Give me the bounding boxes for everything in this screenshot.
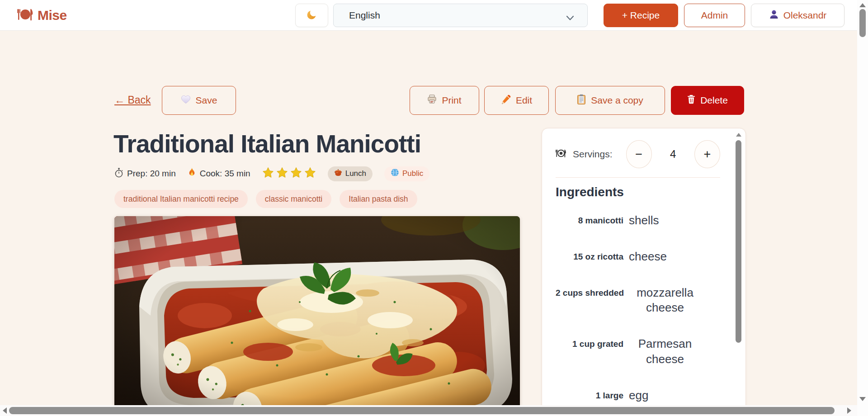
- ingredients-panel: Servings: − 4 + Ingredients 8 manicotti …: [542, 128, 746, 405]
- flame-icon: [188, 167, 196, 180]
- delete-button[interactable]: Delete: [671, 86, 744, 115]
- recipe-photo: [114, 216, 520, 405]
- user-menu-button[interactable]: Oleksandr: [751, 4, 844, 27]
- theme-toggle-button[interactable]: [295, 4, 328, 27]
- ingredient-name: cheese: [629, 249, 667, 265]
- cook-time-label: Cook: 35 min: [200, 169, 250, 179]
- user-name: Oleksandr: [783, 10, 827, 21]
- ingredients-heading: Ingredients: [556, 185, 720, 199]
- plus-icon: +: [704, 147, 711, 161]
- chevron-down-icon: [566, 13, 575, 24]
- brand[interactable]: Mise: [17, 0, 67, 31]
- ingredient-quantity: 1 cup grated: [556, 336, 623, 349]
- printer-icon: [427, 95, 437, 106]
- moon-icon: [306, 9, 318, 23]
- panel-scrollbar-thumb[interactable]: [736, 140, 741, 343]
- servings-row: Servings: − 4 +: [556, 140, 720, 168]
- save-a-copy-button[interactable]: Save a copy: [555, 86, 665, 115]
- plate-cutlery-icon: [556, 149, 566, 160]
- app-root: Mise English + Recipe: [0, 0, 868, 416]
- servings-decrease-button[interactable]: −: [626, 140, 652, 168]
- save-button[interactable]: Save: [162, 86, 236, 115]
- ingredient-quantity: 8 manicotti: [556, 213, 623, 226]
- add-recipe-button[interactable]: + Recipe: [604, 4, 678, 27]
- tag-pill[interactable]: traditional Italian manicotti recipe: [114, 190, 248, 208]
- cook-time: Cook: 35 min: [188, 167, 250, 180]
- prep-time: Prep: 20 min: [114, 168, 176, 180]
- visibility-label: Public: [402, 169, 423, 178]
- save-a-copy-label: Save a copy: [591, 95, 643, 106]
- ingredient-row: 15 oz ricotta cheese: [556, 249, 720, 265]
- ingredient-row: 1 cup grated Parmesan cheese: [556, 336, 720, 367]
- rating-stars: [262, 167, 316, 180]
- scrollbar-corner: [857, 405, 868, 416]
- star-icon: [304, 167, 316, 180]
- admin-button[interactable]: Admin: [684, 4, 745, 27]
- panel-scrollbar[interactable]: [735, 131, 742, 405]
- vertical-scrollbar-thumb[interactable]: [859, 9, 866, 37]
- stopwatch-icon: [114, 168, 123, 180]
- brand-name: Mise: [38, 8, 67, 23]
- scroll-up-arrow-icon[interactable]: [859, 3, 866, 7]
- delete-label: Delete: [700, 95, 728, 106]
- scroll-left-arrow-icon[interactable]: [3, 407, 7, 414]
- back-link[interactable]: ← Back: [114, 94, 151, 106]
- recipe-meta: Prep: 20 min Cook: 35 min: [114, 165, 429, 182]
- tags-row: traditional Italian manicotti recipe cla…: [114, 190, 417, 208]
- ingredient-row: 8 manicotti shells: [556, 213, 720, 228]
- globe-icon: [391, 168, 399, 179]
- ingredient-name: egg: [629, 388, 648, 403]
- ingredient-quantity: 15 oz ricotta: [556, 249, 623, 262]
- header: Mise English + Recipe: [0, 0, 857, 31]
- pencil-icon: [501, 95, 511, 107]
- servings-label: Servings:: [573, 149, 613, 160]
- cooking-pot-icon: [334, 169, 342, 179]
- save-label: Save: [196, 95, 217, 106]
- minus-icon: −: [635, 147, 642, 161]
- horizontal-scrollbar[interactable]: [0, 405, 857, 416]
- visibility-badge: Public: [384, 166, 429, 181]
- prep-time-label: Prep: 20 min: [127, 169, 176, 179]
- horizontal-scrollbar-thumb[interactable]: [9, 407, 835, 414]
- trash-icon: [687, 95, 695, 106]
- ingredient-name: mozzarella cheese: [629, 285, 701, 316]
- add-recipe-label: + Recipe: [622, 10, 660, 21]
- star-icon: [290, 167, 302, 180]
- print-label: Print: [442, 95, 461, 106]
- scroll-up-arrow-icon[interactable]: [736, 133, 741, 137]
- edit-button[interactable]: Edit: [484, 86, 549, 115]
- recipe-title: Traditional Italian Manicotti: [113, 129, 421, 158]
- ingredient-row: 2 cups shredded mozzarella cheese: [556, 285, 720, 316]
- edit-label: Edit: [516, 95, 532, 106]
- star-icon: [276, 167, 288, 180]
- print-button[interactable]: Print: [410, 86, 479, 115]
- scroll-down-arrow-icon[interactable]: [859, 397, 866, 401]
- ingredient-quantity: 2 cups shredded: [556, 285, 623, 298]
- category-label: Lunch: [345, 169, 366, 178]
- scroll-right-arrow-icon[interactable]: [847, 407, 851, 414]
- plate-cutlery-logo-icon: [17, 8, 33, 23]
- servings-value: 4: [658, 148, 688, 161]
- person-icon: [769, 9, 779, 22]
- panel-divider: [556, 177, 720, 178]
- tag-pill[interactable]: classic manicotti: [256, 190, 331, 208]
- ingredient-name: Parmesan cheese: [629, 336, 701, 367]
- ingredient-name: shells: [629, 213, 659, 228]
- star-icon: [262, 167, 274, 180]
- ingredient-row: 1 large egg: [556, 388, 720, 403]
- ingredient-quantity: 1 large: [556, 388, 623, 401]
- heart-icon: [181, 95, 191, 106]
- language-selected-value: English: [349, 10, 380, 21]
- category-badge: Lunch: [328, 166, 373, 181]
- tag-pill[interactable]: Italian pasta dish: [340, 190, 417, 208]
- admin-label: Admin: [701, 10, 728, 21]
- language-select[interactable]: English: [333, 4, 588, 27]
- clipboard-icon: [577, 94, 586, 107]
- servings-increase-button[interactable]: +: [694, 140, 720, 168]
- main-content: ← Back Save: [0, 31, 857, 405]
- vertical-scrollbar[interactable]: [857, 0, 868, 405]
